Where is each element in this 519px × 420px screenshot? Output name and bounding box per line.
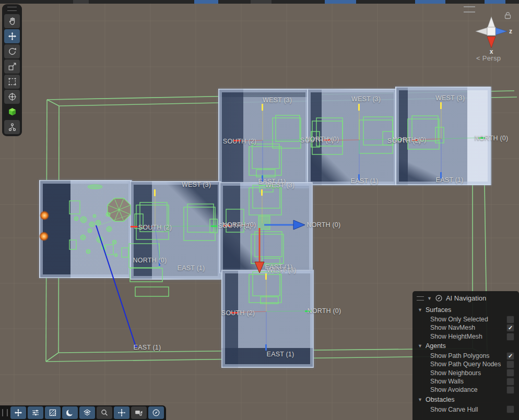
setting-row[interactable]: Show Path Query Nodes: [412, 360, 519, 368]
compass-label: NORTH (0): [222, 221, 256, 229]
gizmo-z-cone: [496, 28, 507, 35]
camera-icon: [135, 409, 143, 417]
drag-handle[interactable]: [2, 409, 8, 416]
projection-toggle[interactable]: < Persp: [476, 54, 501, 62]
compass-label: NORTH (0): [305, 136, 339, 143]
navmesh-tool-button[interactable]: [4, 105, 20, 119]
green-cube-icon: [8, 107, 17, 116]
checkbox[interactable]: [506, 361, 514, 368]
setting-row[interactable]: Show Avoidance: [412, 386, 519, 394]
main-toolbar-edge: [0, 0, 519, 4]
section-label: Agents: [426, 342, 446, 350]
drag-handle[interactable]: [7, 7, 17, 11]
custom-editor-tool-button[interactable]: [4, 120, 20, 134]
point-light[interactable]: [40, 211, 49, 220]
checkbox[interactable]: [506, 369, 514, 377]
compass-label: EAST (1): [134, 344, 161, 351]
setting-label: Show Carve Hull: [430, 406, 478, 413]
compass-label: NORTH (0): [308, 307, 341, 315]
point-light[interactable]: [39, 232, 49, 241]
search-toggle-button[interactable]: [97, 406, 112, 419]
collapse-chevron-icon[interactable]: ▼: [427, 296, 432, 301]
checkbox[interactable]: [506, 316, 514, 323]
layers-icon: [83, 409, 91, 417]
foldout-chevron-icon[interactable]: ▼: [418, 343, 422, 349]
compass-label: WEST (3): [267, 267, 296, 274]
tools-overlay-toggle-button[interactable]: [10, 406, 26, 419]
effects-toggle-button[interactable]: [79, 406, 95, 419]
view-options-toggle-button[interactable]: [28, 406, 43, 419]
compass-label: NORTH (0): [393, 136, 427, 143]
gizmo-x-cone: [487, 37, 496, 48]
setting-label: Show Only Selected: [430, 316, 488, 323]
setting-label: Show HeightMesh: [430, 333, 482, 340]
compass-label: SOUTH (2): [221, 309, 255, 317]
compass-label: WEST (3): [265, 182, 294, 189]
setting-row[interactable]: Show Path Polygons✓: [412, 352, 519, 360]
compass-icon: [152, 409, 160, 417]
rect-tool-button[interactable]: [4, 75, 20, 89]
setting-label: Show Path Query Nodes: [430, 361, 501, 368]
setting-label: Show Avoidance: [430, 386, 478, 393]
foldout-chevron-icon[interactable]: ▼: [418, 397, 422, 402]
tools-overlay: [2, 4, 22, 136]
lighting-toggle-button[interactable]: [62, 406, 78, 419]
checkbox[interactable]: ✓: [506, 324, 514, 332]
setting-row[interactable]: Show Only Selected: [412, 315, 519, 323]
ai-navigation-panel-header[interactable]: ▼ AI Navigation: [412, 291, 519, 304]
setting-label: Show Path Polygons: [430, 352, 489, 359]
moon-icon: [66, 409, 74, 417]
section-surfaces[interactable]: ▼Surfaces: [412, 304, 519, 315]
draw-mode-toggle-button[interactable]: [45, 406, 61, 419]
drag-handle[interactable]: [417, 296, 424, 301]
camera-preview-toggle-button[interactable]: [131, 406, 147, 419]
search-icon: [100, 409, 109, 417]
gizmo-y-cone: [487, 17, 496, 29]
compass-label: EAST (1): [351, 177, 379, 185]
checkbox[interactable]: ✓: [506, 352, 514, 360]
compass-label: EAST (1): [267, 351, 294, 358]
compass-label: NORTH (0): [133, 257, 167, 264]
ai-navigation-panel: ▼ AI Navigation ▼SurfacesShow Only Selec…: [412, 291, 519, 420]
sliders-icon: [31, 409, 40, 417]
compass-label: NORTH (0): [475, 135, 509, 142]
checkbox[interactable]: [506, 386, 514, 394]
hand-tool-button[interactable]: [4, 14, 20, 28]
ai-navigation-icon: [435, 294, 443, 302]
setting-row[interactable]: Show Neighbours: [412, 368, 519, 377]
checkbox[interactable]: [506, 378, 514, 386]
checkbox[interactable]: [506, 333, 514, 341]
scale-tool-button[interactable]: [4, 59, 20, 74]
compass-label: WEST (3): [263, 97, 292, 104]
compass-label: EAST (1): [178, 265, 205, 272]
rect-icon: [8, 77, 17, 86]
setting-label: Show Walls: [430, 378, 464, 385]
checkbox[interactable]: [506, 405, 514, 413]
compass-label: SOUTH (2): [223, 138, 256, 145]
setting-row[interactable]: Show Carve Hull: [412, 405, 519, 413]
ai-navigation-toggle-button[interactable]: [148, 406, 164, 419]
setting-row[interactable]: Show NavMesh✓: [412, 323, 519, 332]
setting-row[interactable]: Show Walls: [412, 377, 519, 386]
setting-row[interactable]: Show HeightMesh: [412, 332, 519, 341]
section-agents[interactable]: ▼Agents: [412, 341, 519, 352]
rotate-tool-button[interactable]: [4, 44, 20, 58]
room-left[interactable]: [39, 180, 132, 278]
setting-label: Show Neighbours: [430, 369, 481, 377]
foldout-chevron-icon[interactable]: ▼: [418, 307, 422, 313]
setting-label: Show NavMesh: [430, 324, 475, 331]
compass-label: WEST (3): [182, 181, 211, 188]
snap-toggle-button[interactable]: [114, 406, 129, 419]
panel-title: AI Navigation: [446, 294, 486, 302]
wireframe-icon: [49, 409, 57, 417]
cross-dot-icon: [117, 409, 126, 417]
move-icon: [8, 32, 17, 41]
scene-view-toolbar: [0, 405, 166, 420]
move-tool-button[interactable]: [4, 29, 20, 43]
gizmo-z-label: z: [509, 28, 512, 35]
transform-tool-button[interactable]: [4, 90, 20, 104]
section-obstacles[interactable]: ▼Obstacles: [412, 394, 519, 405]
unity-scene-view: WEST (3)WEST (3)WEST (3)SOUTH (2)SOUTH (…: [0, 0, 519, 420]
compass-label: WEST (3): [435, 94, 465, 102]
node-graph-icon: [8, 123, 17, 131]
